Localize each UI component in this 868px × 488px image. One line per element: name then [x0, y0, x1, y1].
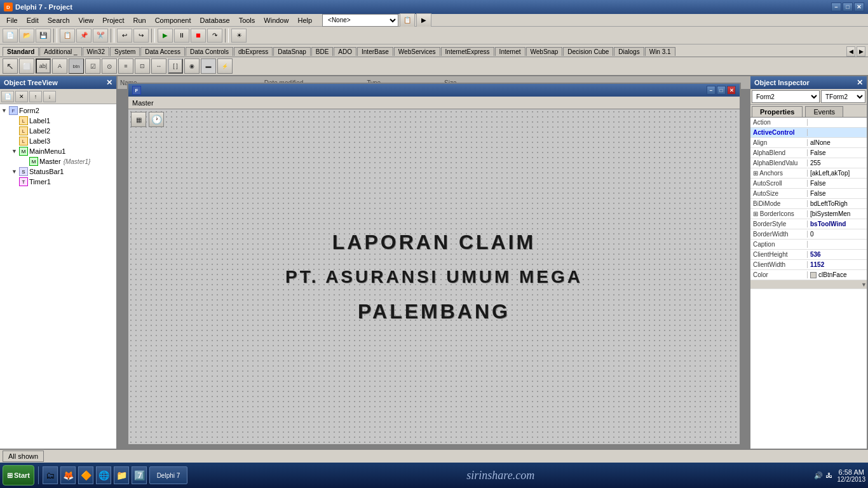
tab-bde[interactable]: BDE — [311, 47, 334, 56]
inspector-type-select[interactable]: TForm2 — [821, 90, 865, 103]
start-button[interactable]: ⊞ Start — [3, 465, 34, 485]
tree-node-label2[interactable]: L Label2 — [1, 126, 115, 136]
close-button[interactable]: ✕ — [854, 3, 864, 11]
insp-row-autoscroll[interactable]: AutoScroll False — [750, 179, 867, 189]
insp-row-bordericons[interactable]: ⊞ BorderIcons [biSystemMen — [750, 209, 867, 219]
run-btn[interactable]: ▶ — [158, 29, 173, 43]
pause-btn[interactable]: ⏸ — [174, 29, 189, 43]
inspector-object-select[interactable]: Form2 — [752, 90, 820, 103]
tab-internet[interactable]: Internet — [495, 47, 526, 56]
form-win-close[interactable]: ✕ — [727, 86, 736, 95]
comp-groupbox[interactable]: [ ] — [168, 58, 183, 74]
toolbar-icon-btn1[interactable]: 📋 — [400, 13, 415, 27]
tab-webservices[interactable]: WebServices — [394, 47, 440, 56]
tree-node-label1[interactable]: L Label1 — [1, 116, 115, 126]
insp-row-align[interactable]: Align alNone — [750, 138, 867, 148]
tray-volume[interactable]: 🔊 — [814, 471, 823, 480]
insp-row-clientheight[interactable]: ClientHeight 536 — [750, 250, 867, 260]
taskbar-icon-explorer[interactable]: 🗂 — [43, 466, 58, 484]
taskbar-delphi-btn[interactable]: Delphi 7 — [149, 466, 187, 484]
palette-scroll-left[interactable]: ◀ — [846, 46, 855, 57]
save-btn[interactable]: 💾 — [36, 29, 51, 43]
taskbar-icon-app1[interactable]: 🔶 — [78, 466, 93, 484]
taskbar-icon-app3[interactable]: 📁 — [114, 466, 129, 484]
insp-row-borderstyle[interactable]: BorderStyle bsToolWind — [750, 219, 867, 229]
undo-btn[interactable]: ↩ — [117, 29, 132, 43]
comp-frame[interactable]: ⬜ — [19, 58, 34, 74]
tab-internetexpress[interactable]: InternetExpress — [441, 47, 494, 56]
insp-row-autosize[interactable]: AutoSize False — [750, 189, 867, 199]
insp-row-clientwidth[interactable]: ClientWidth 1152 — [750, 260, 867, 270]
menu-window[interactable]: Window — [260, 15, 292, 25]
comp-scrollbar[interactable]: ↔ — [151, 58, 166, 74]
tab-dialogs[interactable]: Dialogs — [614, 47, 644, 56]
insp-row-bidimode[interactable]: BiDiMode bdLeftToRigh — [750, 199, 867, 209]
toolbar-icon-btn2[interactable]: ▶ — [416, 13, 431, 27]
tree-node-timer1[interactable]: T Timer1 — [1, 177, 115, 187]
new-btn[interactable]: 📄 — [3, 29, 18, 43]
inspector-tab-properties[interactable]: Properties — [752, 106, 803, 117]
tree-down-btn[interactable]: ↓ — [43, 91, 56, 102]
tree-up-btn[interactable]: ↑ — [29, 91, 42, 102]
menu-file[interactable]: File — [3, 15, 22, 25]
tray-network[interactable]: 🖧 — [825, 471, 832, 479]
comp-combo[interactable]: ⊡ — [135, 58, 150, 74]
tab-datasnap[interactable]: DataSnap — [273, 47, 310, 56]
menu-edit[interactable]: Edit — [23, 15, 43, 25]
menu-tools[interactable]: Tools — [235, 15, 259, 25]
tree-delete-btn[interactable]: ✕ — [15, 91, 28, 102]
comp-radiogroup[interactable]: ◉ — [184, 58, 200, 74]
comp-radio[interactable]: ⊙ — [102, 58, 117, 74]
tab-datacontrols[interactable]: Data Controls — [186, 47, 233, 56]
menu-help[interactable]: Help — [294, 15, 316, 25]
tree-node-mainmenu1[interactable]: ▼ M MainMenu1 — [1, 146, 115, 156]
menu-component[interactable]: Component — [151, 15, 195, 25]
menu-search[interactable]: Search — [44, 15, 74, 25]
tab-standard[interactable]: Standard — [3, 47, 39, 56]
tree-new-btn[interactable]: 📄 — [1, 91, 14, 102]
tab-win32[interactable]: Win32 — [83, 47, 109, 56]
tree-node-master[interactable]: M Master {Master1} — [1, 156, 115, 166]
comp-edit[interactable]: ab| — [36, 58, 51, 74]
insp-row-alphablend[interactable]: AlphaBlend False — [750, 148, 867, 158]
tab-interbase[interactable]: InterBase — [357, 47, 393, 56]
stop-btn[interactable]: ⏹ — [191, 29, 206, 43]
insp-row-borderwidth[interactable]: BorderWidth 0 — [750, 229, 867, 240]
insp-row-anchors[interactable]: ⊞ Anchors [akLeft,akTop] — [750, 168, 867, 179]
form-win-maximize[interactable]: □ — [717, 86, 726, 95]
open-btn[interactable]: 📂 — [19, 29, 34, 43]
menu-view[interactable]: View — [75, 15, 98, 25]
minimize-button[interactable]: − — [831, 3, 841, 11]
toggle-btn[interactable]: ☀ — [231, 29, 247, 43]
tree-node-form2[interactable]: ▼ F Form2 — [1, 105, 115, 116]
tab-additional[interactable]: Additional _ — [39, 47, 81, 56]
pointer-tool[interactable]: ↖ — [3, 58, 18, 74]
cut-btn[interactable]: ✂️ — [93, 29, 108, 43]
treeview-close-btn[interactable]: ✕ — [106, 78, 112, 87]
menu-database[interactable]: Database — [196, 15, 234, 25]
tab-system[interactable]: System — [110, 47, 140, 56]
inspector-tab-events[interactable]: Events — [805, 106, 843, 117]
form-toolbar-grid[interactable]: ▦ — [131, 112, 146, 127]
tab-dbexpress[interactable]: dbExpress — [234, 47, 273, 56]
comp-panel[interactable]: ▬ — [201, 58, 216, 74]
insp-row-action[interactable]: Action — [750, 118, 867, 128]
comp-label[interactable]: A — [52, 58, 67, 74]
comp-check[interactable]: ☑ — [85, 58, 100, 74]
tab-decisioncube[interactable]: Decision Cube — [563, 47, 613, 56]
insp-row-activecontrol[interactable]: ActiveControl — [750, 128, 867, 138]
taskbar-icon-firefox[interactable]: 🦊 — [60, 466, 76, 484]
inspector-close-btn[interactable]: ✕ — [857, 78, 863, 87]
menu-run[interactable]: Run — [129, 15, 149, 25]
paste-btn[interactable]: 📌 — [76, 29, 92, 43]
comp-button[interactable]: btn — [69, 58, 84, 74]
menu-project[interactable]: Project — [98, 15, 128, 25]
tab-websnap[interactable]: WebSnap — [526, 47, 563, 56]
tree-node-statusbar1[interactable]: ▼ S StatusBar1 — [1, 166, 115, 177]
taskbar-icon-app4[interactable]: 7️⃣ — [132, 466, 147, 484]
form-toolbar-clock[interactable]: 🕐 — [149, 112, 164, 127]
taskbar-icon-app2[interactable]: 🌐 — [96, 466, 111, 484]
tree-node-label3[interactable]: L Label3 — [1, 136, 115, 146]
insp-row-caption[interactable]: Caption — [750, 240, 867, 250]
insp-row-color[interactable]: Color clBtnFace — [750, 270, 867, 280]
